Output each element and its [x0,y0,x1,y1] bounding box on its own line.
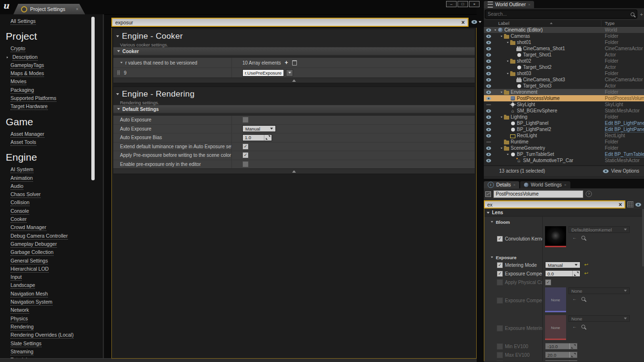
visibility-toggle[interactable] [484,53,493,57]
checkbox[interactable]: ✓ [497,236,503,242]
expander[interactable] [500,91,503,93]
sidebar-item-hierarchical-lod[interactable]: Hierarchical LOD [11,266,104,274]
visibility-toggle[interactable] [484,78,493,82]
outliner-row-cinecamera-shot1[interactable]: CineCamera_Shot1CineCameraActor [484,45,644,52]
outliner-row-shot01[interactable]: shot01Folder [484,39,644,45]
property-row-auto-exposure[interactable]: Auto ExposureManual [113,125,475,134]
sidebar-item-garbage-collection[interactable]: Garbage Collection [11,249,104,257]
actor-name-field[interactable]: PostProcessVolume [493,190,583,198]
sidebar-item-collision[interactable]: Collision [11,199,104,208]
sidebar-item-slate-settings[interactable]: Slate Settings [11,340,104,349]
visibility-toggle[interactable] [484,34,493,38]
checkbox[interactable]: ✓ [545,279,551,285]
details-row-max-ev100[interactable]: Max EV10020.0 [484,351,644,359]
expander[interactable] [500,35,503,37]
close-tab-icon[interactable]: × [76,7,78,11]
sidebar-item-description[interactable]: Description [11,54,104,62]
column-label[interactable]: Label [484,21,509,26]
sidebar-item-packaging[interactable]: Packaging [11,87,104,95]
outliner-row-cameras[interactable]: CamerasFolder [484,33,644,39]
sidebar-item-crypto[interactable]: Crypto [11,45,104,54]
help-icon[interactable]: ? [586,191,592,197]
number-spinner[interactable]: 20.0 [545,351,578,358]
sidebar-item-asset-manager[interactable]: Asset Manager [11,131,104,139]
checkbox[interactable] [242,117,249,123]
sidebar-item-physics[interactable]: Physics [11,316,104,324]
clear-search-icon[interactable]: × [619,202,622,207]
outliner-row-runtime[interactable]: RuntimeFolder [484,139,644,145]
sidebar-item-ai-system[interactable]: AI System [11,166,104,175]
reset-to-default-icon[interactable]: ↩ [584,271,588,276]
dropdown[interactable]: Manual [545,262,580,268]
sidebar-item-all-settings[interactable]: All Settings [11,18,104,26]
visibility-toggle[interactable] [484,142,493,143]
clear-search-icon[interactable]: × [461,20,465,25]
outliner-row-sm-automotivetp-car[interactable]: ⌂SM_AutomotiveTP_CarStaticMeshActor [484,157,644,164]
sidebar-item-audio[interactable]: Audio [11,183,104,191]
visibility-toggle[interactable] [484,72,493,76]
property-row-enable-pre-exposure-only-in-the-editor[interactable]: Enable pre-exposure only in the editor [113,160,475,169]
details-category-exposure[interactable]: Exposure [484,254,644,261]
sidebar-item-landscape[interactable]: Landscape [11,282,104,290]
view-options-button[interactable]: View Options [603,168,639,174]
use-selected-asset-icon[interactable]: ← [572,296,577,301]
checkbox[interactable]: ✓ [497,262,503,268]
sidebar-item-cooker[interactable]: Cooker [11,216,104,224]
sidebar-scrollbar[interactable] [91,17,95,180]
checkbox[interactable] [497,361,503,362]
sidebar-item-asset-tools[interactable]: Asset Tools [11,139,104,147]
sidebar-item-gameplaytags[interactable]: GameplayTags [11,62,104,70]
outliner-row-shot02[interactable]: shot02Folder [484,58,644,64]
outliner-row-rectlight[interactable]: RectLightRectLight [484,132,644,139]
tab-world-settings[interactable]: World Settings × [520,181,570,188]
outliner-row-sm-bgenvsphere[interactable]: ⌂SM_BGEnvSphereStaticMeshActor [484,108,644,114]
outliner-row-shot03[interactable]: shot03Folder [484,70,644,77]
edit-blueprint-link[interactable]: Edit BP_LightPanel [605,127,644,132]
use-selected-asset-icon[interactable]: ← [572,324,577,329]
visibility-toggle[interactable] [484,134,493,138]
browse-asset-icon[interactable] [581,325,585,329]
expander[interactable] [506,60,510,62]
visibility-toggle[interactable] [484,97,493,100]
outliner-row-cinematic-editor[interactable]: Cinematic (Editor)World [484,27,644,33]
visibility-toggle[interactable] [484,66,493,69]
sidebar-item-navigation-system[interactable]: Navigation System [11,299,104,307]
property-row-extend-default-luminance-range-in-auto-exposure-settings[interactable]: Extend default luminance range in Auto E… [113,143,475,152]
minimize-button[interactable]: – [446,1,457,7]
collapse-strip[interactable] [113,77,475,83]
visibility-toggle[interactable] [484,104,493,105]
sidebar-item-network[interactable]: Network [11,307,104,315]
details-row-exposure-compensation[interactable]: Exposure CompensationNoneNone← [484,286,644,314]
visibility-toggle[interactable] [484,115,493,119]
expander[interactable] [493,29,497,31]
column-type[interactable]: Type [605,21,615,26]
outliner-row-skylight[interactable]: SkyLightSkyLight [484,101,644,108]
expander[interactable] [506,42,510,44]
number-spinner[interactable]: 0.0 [545,270,580,277]
sidebar-item-streaming[interactable]: Streaming [11,349,104,357]
dropdown[interactable]: DefaultBloomKernel [568,226,630,233]
browse-asset-icon[interactable] [581,236,585,240]
asset-thumbnail[interactable]: None [545,315,566,340]
eye-icon[interactable] [635,203,641,207]
expander[interactable] [506,154,510,155]
expand-arrow-icon[interactable] [7,56,11,58]
outliner-row-target-shot2[interactable]: Target_Shot2Actor [484,64,644,70]
number-spinner[interactable]: 1.0 [242,134,272,141]
details-category-bloom[interactable]: Bloom [484,219,644,225]
column-divider[interactable] [601,20,601,26]
close-tab-icon[interactable]: × [513,183,516,187]
sidebar-item-chaos-solver[interactable]: Chaos Solver [11,191,104,199]
maximize-button[interactable]: □ [458,1,468,7]
close-tab-icon[interactable]: × [528,2,531,7]
settings-visibility-filter[interactable] [471,20,481,24]
add-element-icon[interactable]: + [285,59,288,66]
sidebar-item-gameplay-debugger[interactable]: Gameplay Debugger [11,241,104,249]
dropdown[interactable]: Manual [242,125,276,132]
outliner-row-target-shot3[interactable]: Target_Shot3Actor [484,83,644,89]
outliner-row-environment[interactable]: EnvironmentFolder [484,89,644,95]
sidebar-item-rendering-overrides-local[interactable]: Rendering Overrides (Local) [11,332,104,340]
tab-world-outliner[interactable]: World Outliner × [484,1,534,8]
element-value-input[interactable]: r.UsePreExposure [242,69,284,77]
visibility-toggle[interactable] [484,47,493,51]
